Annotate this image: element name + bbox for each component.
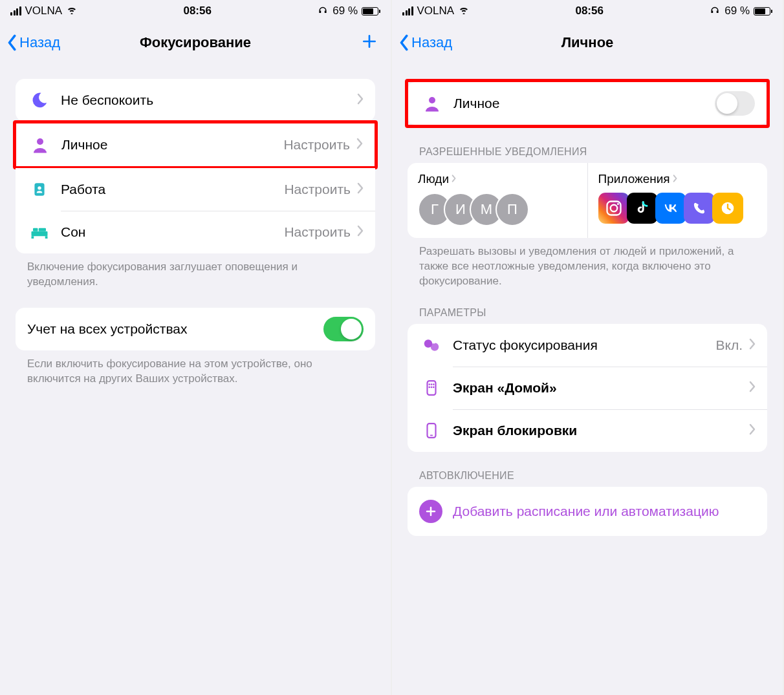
svg-point-10 [610, 205, 617, 212]
row-label: Сон [61, 224, 284, 240]
row-label: Не беспокоить [61, 92, 357, 108]
apps-section[interactable]: Приложения [587, 163, 768, 238]
back-button[interactable]: Назад [6, 34, 84, 51]
row-value: Настроить [284, 182, 351, 197]
back-button[interactable]: Назад [398, 34, 476, 51]
focus-enable-toggle[interactable] [715, 91, 755, 116]
clock-icon [712, 193, 743, 224]
svg-rect-5 [45, 236, 48, 239]
status-time: 08:56 [575, 5, 603, 17]
svg-point-21 [431, 386, 433, 388]
section-header: ПАРАМЕТРЫ [419, 307, 756, 319]
page-title: Фокусирование [84, 34, 307, 51]
add-schedule-button[interactable]: Добавить расписание или автоматизацию [408, 487, 767, 536]
vk-icon [655, 193, 686, 224]
chevron-right-icon [673, 172, 678, 186]
battery-pct: 69 % [332, 5, 358, 17]
page-title: Личное [476, 34, 699, 51]
chevron-right-icon [749, 423, 756, 438]
focus-row-work[interactable]: Работа Настроить [16, 168, 375, 211]
badge-icon [27, 177, 52, 202]
chevron-right-icon [749, 338, 756, 352]
battery-icon [362, 7, 380, 16]
viber-icon [684, 193, 715, 224]
svg-point-22 [433, 386, 435, 388]
focus-list-screen: VOLNA 08:56 69 % Назад Фокусирование [0, 0, 392, 695]
svg-point-17 [428, 383, 430, 385]
carrier-label: VOLNA [417, 5, 455, 17]
instagram-icon [598, 193, 629, 224]
sync-toggle[interactable] [323, 317, 364, 341]
signal-icon [402, 6, 413, 16]
param-row-lock-screen[interactable]: Экран блокировки [408, 409, 767, 452]
back-label: Назад [19, 34, 60, 51]
back-label: Назад [411, 34, 452, 51]
lock-screen-icon [419, 418, 444, 443]
focus-row-personal[interactable]: Личное Настроить [16, 123, 375, 166]
headphones-icon [709, 5, 721, 17]
svg-point-2 [38, 186, 41, 189]
group-footer: Включение фокусирования заглушает оповещ… [27, 260, 364, 290]
people-title: Люди [418, 172, 449, 186]
add-schedule-label: Добавить расписание или автоматизацию [453, 503, 719, 520]
focus-enable-row[interactable]: Личное [408, 82, 767, 125]
focus-row-dnd[interactable]: Не беспокоить [16, 79, 375, 122]
chevron-right-icon [357, 93, 364, 107]
battery-icon [754, 7, 772, 16]
row-label: Работа [61, 182, 284, 197]
row-value: Вкл. [715, 337, 743, 353]
home-screen-icon [419, 376, 444, 400]
plus-circle-icon [419, 500, 442, 523]
headphones-icon [317, 5, 329, 17]
svg-point-20 [428, 386, 430, 388]
chevron-right-icon [356, 138, 363, 152]
status-time: 08:56 [183, 5, 211, 17]
person-icon [28, 133, 52, 157]
row-value: Настроить [283, 137, 350, 153]
row-value: Настроить [284, 224, 351, 240]
row-label: Экран «Домой» [453, 380, 749, 396]
status-share-icon [419, 333, 444, 358]
chevron-right-icon [357, 182, 364, 197]
sync-all-devices-row[interactable]: Учет на всех устройствах [16, 308, 375, 350]
focus-detail-screen: VOLNA 08:56 69 % Назад Личное [392, 0, 784, 695]
chevron-right-icon [749, 381, 756, 395]
focus-row-sleep[interactable]: Сон Настроить [16, 211, 375, 253]
allowed-notifications-card: Люди Г И М П Приложения [408, 163, 767, 238]
add-focus-button[interactable] [361, 33, 378, 52]
param-row-focus-status[interactable]: Статус фокусирования Вкл. [408, 324, 767, 367]
carrier-label: VOLNA [25, 5, 63, 17]
row-label: Личное [453, 96, 715, 111]
tiktok-icon [627, 193, 658, 224]
section-header: АВТОВКЛЮЧЕНИЕ [419, 470, 756, 482]
chevron-right-icon [357, 225, 364, 239]
svg-point-0 [37, 138, 43, 145]
signal-icon [10, 6, 21, 16]
nav-bar: Назад Фокусирование [0, 22, 391, 63]
svg-rect-6 [33, 228, 38, 231]
row-label: Экран блокировки [453, 423, 749, 438]
row-label: Статус фокусирования [453, 337, 715, 353]
svg-rect-4 [32, 236, 34, 239]
svg-point-15 [432, 340, 435, 343]
moon-icon [27, 88, 52, 112]
row-label: Личное [61, 137, 283, 153]
people-section[interactable]: Люди Г И М П [408, 163, 587, 238]
wifi-icon [458, 5, 470, 17]
svg-rect-7 [39, 228, 46, 231]
status-bar: VOLNA 08:56 69 % [392, 0, 783, 22]
svg-rect-3 [32, 231, 48, 237]
svg-point-8 [429, 97, 435, 103]
param-row-home-screen[interactable]: Экран «Домой» [408, 367, 767, 409]
group-footer: Разрешать вызовы и уведомления от людей … [419, 244, 756, 289]
battery-pct: 69 % [724, 5, 750, 17]
svg-point-19 [433, 383, 435, 385]
nav-bar: Назад Личное [392, 22, 783, 63]
svg-point-11 [616, 203, 618, 205]
wifi-icon [66, 5, 78, 17]
apps-title: Приложения [598, 172, 670, 186]
svg-point-14 [431, 343, 439, 351]
section-header: РАЗРЕШЕННЫЕ УВЕДОМЛЕНИЯ [419, 146, 756, 158]
svg-rect-24 [430, 434, 433, 436]
group-footer: Если включить фокусирование на этом устр… [27, 357, 364, 387]
